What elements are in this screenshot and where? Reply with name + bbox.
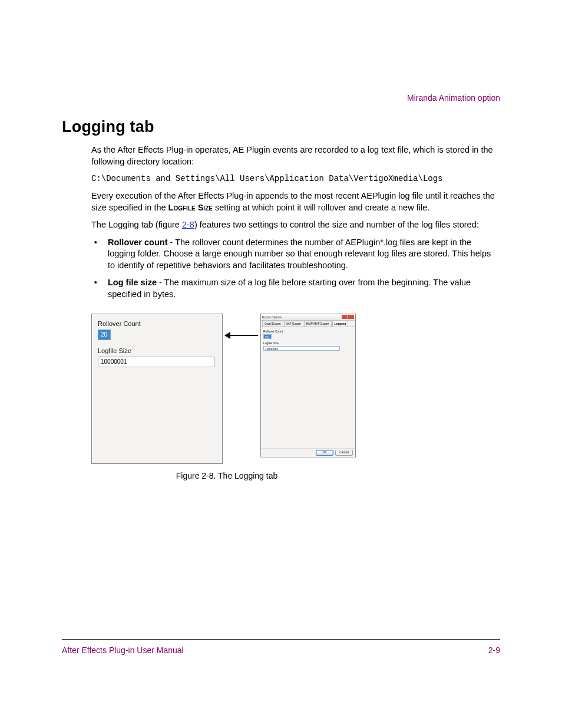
dialog-logfile-input[interactable]: 10000001 <box>263 346 340 351</box>
arrow-connector <box>223 314 260 349</box>
dialog-body: Rollover Count 20 Logfile Size 10000001 <box>261 327 355 448</box>
logfile-size-label: Logfile Size <box>98 347 216 354</box>
rollover-count-label: Rollover Count <box>98 320 216 327</box>
text-span: ) features two settings to control the s… <box>194 220 479 229</box>
paragraph-rollover: Every execution of the After Effects Plu… <box>91 190 500 213</box>
page-footer: After Effects Plug-in User Manual 2-9 <box>62 645 500 655</box>
text-span: setting at which point it will rollover … <box>213 203 429 212</box>
tab-vaf-export[interactable]: VAF Export <box>284 321 303 327</box>
list-item: Log file size - The maximum size of a lo… <box>104 277 500 300</box>
tab-logging[interactable]: Logging <box>332 321 349 327</box>
figure-caption: Figure 2-8. The Logging tab <box>91 471 362 480</box>
footer-rule <box>62 639 500 640</box>
bullet-text: - The maximum size of a log file before … <box>108 278 471 299</box>
dialog-rollover-input[interactable]: 20 <box>263 334 272 339</box>
logfile-size-term: Logfile Size <box>168 203 213 212</box>
footer-manual-name: After Effects Plug-in User Manual <box>62 645 184 655</box>
tab-oxtel-export[interactable]: Oxtel Export <box>262 321 283 327</box>
header-section-label: Miranda Animation option <box>407 93 500 103</box>
close-icon[interactable] <box>348 315 354 319</box>
bullet-label: Log file size <box>108 278 157 287</box>
logfile-size-input[interactable]: 10000001 <box>98 357 214 367</box>
ok-button[interactable]: OK <box>316 450 333 456</box>
tab-hmp-mxf-export[interactable]: HMP MXF Export <box>304 321 332 327</box>
rollover-count-input[interactable]: 20 <box>98 330 111 340</box>
minimize-icon[interactable] <box>342 315 348 319</box>
paragraph-figure-ref: The Logging tab (figure 2-8) features tw… <box>91 219 500 231</box>
dialog-rollover-label: Rollover Count <box>263 330 353 333</box>
zoom-panel: Rollover Count 20 Logfile Size 10000001 <box>91 314 223 464</box>
dialog-title: Export Options <box>262 315 282 319</box>
paragraph-intro: As the After Effects Plug-in operates, A… <box>91 144 500 167</box>
page: Miranda Animation option Logging tab As … <box>0 0 562 728</box>
dialog-logfile-label: Logfile Size <box>263 341 353 345</box>
bullet-label: Rollover count <box>108 238 168 247</box>
body-text: As the After Effects Plug-in operates, A… <box>91 144 500 301</box>
list-item: Rollover count - The rollover count dete… <box>104 237 500 272</box>
cancel-button[interactable]: Cancel <box>335 450 353 456</box>
export-options-dialog: Export Options Oxtel Export VAF Export H… <box>260 314 356 457</box>
page-title: Logging tab <box>62 118 500 136</box>
bullet-list: Rollover count - The rollover count dete… <box>91 237 500 301</box>
dialog-titlebar: Export Options <box>261 314 355 321</box>
footer-page-number: 2-9 <box>488 645 500 655</box>
text-span: The Logging tab (figure <box>91 220 182 229</box>
arrow-icon <box>225 335 258 336</box>
dialog-button-row: OK Cancel <box>261 448 355 457</box>
figure-link[interactable]: 2-8 <box>182 220 194 229</box>
dialog-tabs: Oxtel Export VAF Export HMP MXF Export L… <box>261 321 355 327</box>
figure: Rollover Count 20 Logfile Size 10000001 … <box>91 314 362 480</box>
path-text: C:\Documents and Settings\All Users\Appl… <box>91 173 500 185</box>
